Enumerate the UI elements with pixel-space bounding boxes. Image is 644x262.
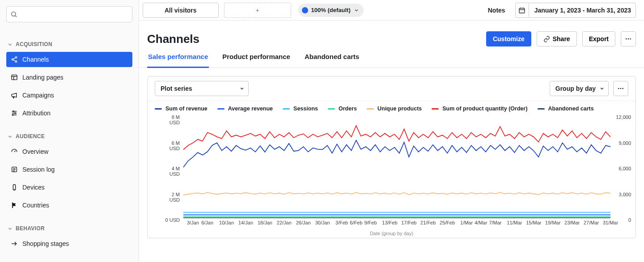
legend-swatch	[283, 108, 290, 110]
sidebar-item-shopping-stages[interactable]: Shopping stages	[6, 236, 132, 251]
legend-item[interactable]: Sum of product quantity (Order)	[432, 106, 527, 112]
more-horizontal-icon	[617, 85, 624, 92]
svg-point-13	[13, 111, 14, 112]
segment-selector[interactable]: All visitors	[143, 3, 219, 18]
chart-area: 0 USD2 MUSD4 MUSD6 MUSD8 MUSD 03,0006,00…	[148, 112, 636, 238]
svg-point-2	[15, 57, 17, 58]
tab-sales-performance[interactable]: Sales performance	[147, 53, 209, 68]
chevron-down-icon	[239, 86, 245, 91]
x-axis-title: Date (group by day)	[148, 231, 636, 236]
chevron-down-icon	[354, 8, 359, 13]
legend-swatch	[538, 108, 545, 110]
gauge-icon	[11, 148, 18, 155]
series-line	[183, 126, 610, 150]
legend-item[interactable]: Abandoned carts	[538, 106, 594, 112]
series-line	[183, 193, 610, 195]
share-button[interactable]: Share	[537, 31, 577, 46]
svg-point-14	[15, 113, 16, 114]
x-tick: 31/Mar	[603, 220, 618, 225]
y-left-tick: 0 USD	[165, 217, 180, 223]
layout-icon	[11, 74, 18, 81]
export-button[interactable]: Export	[582, 31, 615, 46]
chart-more-button[interactable]	[613, 81, 628, 96]
svg-point-0	[12, 12, 16, 16]
sidebar-item-label: Landing pages	[22, 74, 64, 81]
sidebar-item-devices[interactable]: Devices	[6, 180, 132, 195]
flag-icon	[11, 202, 18, 209]
megaphone-icon	[11, 92, 18, 99]
add-segment-button[interactable]: +	[224, 3, 291, 18]
list-icon	[11, 166, 18, 173]
y-left-tick: 4 MUSD	[169, 166, 180, 177]
svg-line-1	[15, 16, 17, 17]
customize-button[interactable]: Customize	[486, 31, 531, 46]
sidebar-item-campaigns[interactable]: Campaigns	[6, 88, 132, 103]
sidebar-item-label: Campaigns	[22, 92, 54, 99]
legend-swatch	[432, 108, 439, 110]
x-tick: 26/Jan	[296, 220, 311, 225]
legend-item[interactable]: Sessions	[283, 106, 318, 112]
search-icon	[10, 11, 17, 18]
share-nodes-icon	[11, 56, 18, 63]
svg-rect-24	[519, 8, 525, 13]
nav-section-header[interactable]: BEHAVIOR	[6, 216, 132, 236]
x-tick: 30/Jan	[315, 220, 330, 225]
sidebar-item-label: Attribution	[22, 110, 51, 117]
y-right-tick: 12,000	[616, 114, 631, 120]
x-tick: 3/Jan	[187, 220, 199, 225]
notes-link[interactable]: Notes	[488, 7, 505, 14]
x-tick: 7/Mar	[489, 220, 501, 225]
x-tick: 27/Mar	[584, 220, 599, 225]
legend-label: Unique products	[377, 106, 422, 112]
sidebar-item-landing-pages[interactable]: Landing pages	[6, 70, 132, 85]
y-right-tick: 6,000	[619, 166, 631, 171]
sidebar-item-label: Channels	[22, 56, 49, 63]
add-segment-label: +	[256, 7, 259, 14]
nav-section-header[interactable]: ACQUISITION	[6, 31, 132, 52]
tab-abandoned-carts[interactable]: Abandoned carts	[304, 53, 360, 68]
x-tick: 4/Mar	[475, 220, 487, 225]
y-left-tick: 6 MUSD	[169, 140, 180, 151]
search-input[interactable]	[6, 6, 132, 22]
more-actions-button[interactable]	[621, 31, 636, 46]
y-right-tick: 0	[628, 217, 631, 223]
sidebar-item-label: Overview	[22, 148, 48, 155]
legend-label: Abandoned carts	[548, 106, 594, 112]
chevron-down-icon	[7, 134, 13, 139]
svg-point-31	[618, 88, 619, 89]
legend-swatch	[217, 108, 225, 110]
sidebar-item-overview[interactable]: Overview	[6, 144, 132, 159]
nav-section-header[interactable]: AUDIENCE	[6, 123, 132, 144]
x-tick: 17/Feb	[401, 220, 416, 225]
svg-rect-7	[12, 75, 17, 80]
legend-swatch	[155, 108, 162, 110]
sampling-dot-icon	[302, 7, 308, 13]
x-tick: 13/Feb	[382, 220, 397, 225]
y-left-tick: 2 MUSD	[169, 192, 180, 203]
plot-series-select[interactable]: Plot series	[155, 81, 249, 96]
legend-item[interactable]: Sum of revenue	[155, 106, 208, 112]
y-left-tick: 8 MUSD	[169, 114, 180, 125]
legend-item[interactable]: Average revenue	[217, 106, 273, 112]
page-title: Channels	[147, 32, 199, 46]
group-by-select[interactable]: Group by day	[550, 81, 609, 96]
legend-item[interactable]: Orders	[328, 106, 357, 112]
sliders-icon	[11, 110, 18, 117]
x-tick: 15/Mar	[526, 220, 541, 225]
svg-point-32	[620, 88, 622, 89]
legend-item[interactable]: Unique products	[367, 106, 422, 112]
x-tick: 23/Mar	[564, 220, 580, 225]
tab-product-performance[interactable]: Product performance	[221, 53, 291, 68]
sidebar-item-channels[interactable]: Channels	[6, 52, 132, 67]
sampling-selector[interactable]: 100% (default)	[298, 4, 364, 17]
x-tick: 10/Jan	[219, 220, 234, 225]
sidebar-item-countries[interactable]: Countries	[6, 198, 132, 213]
sidebar-item-session-log[interactable]: Session log	[6, 162, 132, 177]
device-icon	[11, 184, 18, 191]
sidebar-item-attribution[interactable]: Attribution	[6, 106, 132, 121]
sidebar: ACQUISITIONChannelsLanding pagesCampaign…	[0, 0, 139, 262]
svg-point-4	[15, 61, 17, 62]
svg-point-3	[12, 59, 13, 60]
date-range-picker[interactable]: January 1, 2023 - March 31, 2023	[515, 3, 636, 18]
calendar-icon	[516, 4, 529, 17]
